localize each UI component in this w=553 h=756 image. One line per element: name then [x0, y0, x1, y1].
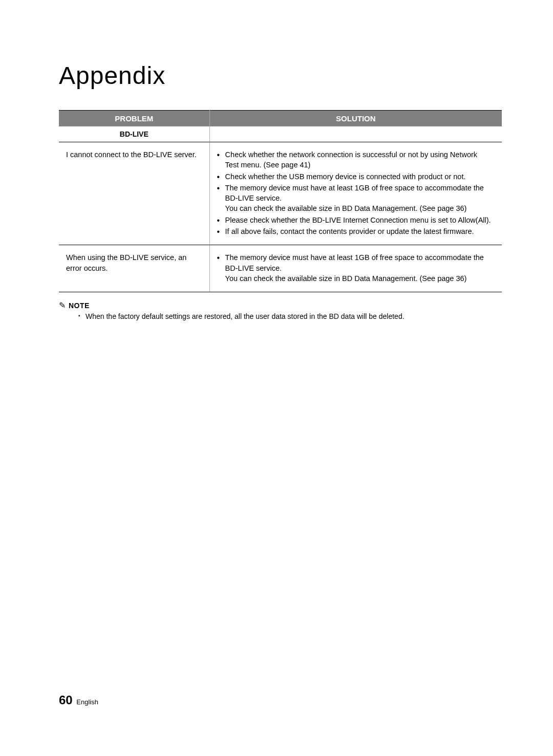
- table-row: I cannot connect to the BD-LIVE server. …: [59, 142, 502, 245]
- list-item: The memory device must have at least 1GB…: [217, 252, 493, 284]
- page-number: 60: [59, 693, 73, 707]
- th-problem: PROBLEM: [59, 111, 209, 127]
- note-label: NOTE: [69, 301, 90, 310]
- troubleshooting-table: PROBLEM SOLUTION BD-LIVE I cannot connec…: [59, 110, 502, 292]
- note-block: ✎ NOTE When the factory default settings…: [59, 300, 502, 320]
- table-row: When using the BD-LIVE service, an error…: [59, 245, 502, 292]
- problem-cell: When using the BD-LIVE service, an error…: [59, 245, 209, 292]
- solution-cell: Check whether the network connection is …: [209, 142, 502, 245]
- th-solution: SOLUTION: [209, 111, 502, 127]
- list-item: Check whether the USB memory device is c…: [217, 171, 493, 182]
- solution-cell: The memory device must have at least 1GB…: [209, 245, 502, 292]
- note-item: When the factory default settings are re…: [78, 312, 502, 320]
- table-subheader-row: BD-LIVE: [59, 126, 502, 142]
- problem-cell: I cannot connect to the BD-LIVE server.: [59, 142, 209, 245]
- list-item: Check whether the network connection is …: [217, 149, 493, 170]
- list-item: Please check whether the BD-LIVE Interne…: [217, 215, 493, 225]
- list-item: The memory device must have at least 1GB…: [217, 183, 493, 214]
- list-item: If all above fails, contact the contents…: [217, 226, 493, 236]
- page-title: Appendix: [59, 61, 502, 90]
- subheader-problem: BD-LIVE: [59, 126, 209, 142]
- footer-lang: English: [76, 698, 98, 706]
- note-icon: ✎: [59, 300, 66, 310]
- subheader-solution: [209, 126, 502, 142]
- page-footer: 60 English: [59, 693, 98, 707]
